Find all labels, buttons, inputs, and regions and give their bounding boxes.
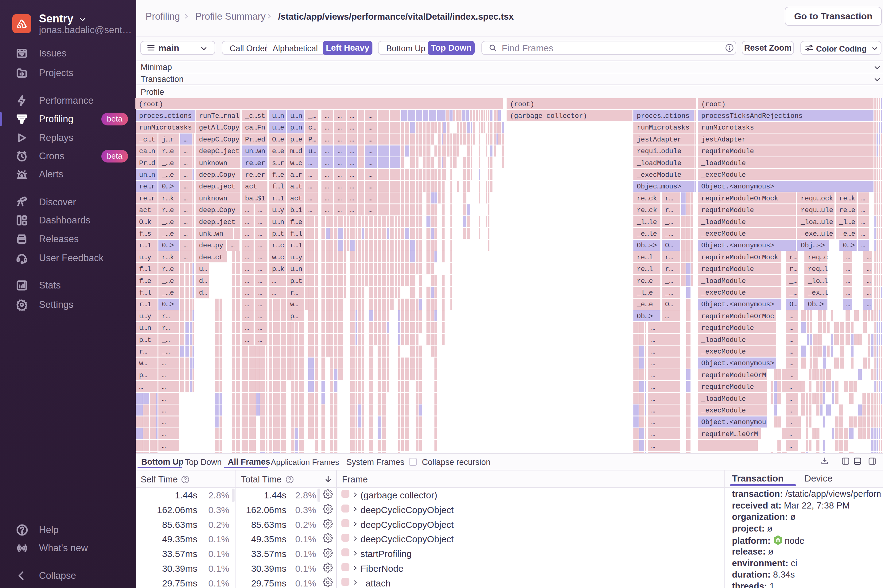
svg-text:…: … — [162, 407, 166, 415]
svg-text:p…t: p…t — [272, 230, 284, 238]
svg-text:…: … — [338, 148, 342, 155]
svg-text:deep…ject: deep…ject — [199, 219, 236, 226]
svg-text:…: … — [651, 336, 655, 344]
svg-text:s…r: s…r — [272, 160, 284, 167]
svg-text:O…e: O…e — [272, 136, 284, 144]
svg-text:Object.<anonymous>: Object.<anonymous> — [701, 183, 774, 190]
svg-text:d…: d… — [199, 278, 207, 285]
svg-text:…: … — [338, 171, 342, 179]
svg-text:…: … — [368, 112, 372, 120]
svg-text:…: … — [665, 313, 669, 320]
svg-text:requireModuleOrMoc: requireModuleOrMoc — [701, 313, 774, 320]
svg-text:u…y: u…y — [272, 207, 284, 214]
svg-text:O…: O… — [789, 301, 797, 308]
svg-text:dee…ct: dee…ct — [199, 254, 223, 261]
svg-text:…: … — [350, 124, 354, 132]
svg-text:deep…Copy: deep…Copy — [199, 171, 236, 179]
svg-text:…: … — [258, 219, 262, 226]
svg-text:f…s: f…s — [139, 230, 152, 238]
svg-text:requireM…leOrM: requireM…leOrM — [701, 430, 758, 438]
svg-text:req…c: req…c — [808, 254, 828, 261]
svg-text:…: … — [272, 278, 276, 285]
svg-text:requi…odule: requi…odule — [637, 148, 681, 155]
svg-text:_e…e: _e…e — [637, 301, 653, 308]
svg-text:w…c: w…c — [290, 160, 302, 167]
svg-text:deep…ject: deep…ject — [199, 183, 236, 190]
svg-text:…: … — [258, 301, 262, 308]
svg-text:0…>: 0…> — [162, 301, 174, 308]
svg-text:0…>: 0…> — [162, 183, 174, 190]
svg-text:0…>: 0…> — [843, 242, 855, 249]
svg-text:_c…st: _c…st — [245, 112, 265, 120]
svg-text:Object.<anonymou: Object.<anonymou — [701, 418, 766, 426]
svg-text:…: … — [258, 230, 262, 238]
svg-text:d…: d… — [199, 289, 207, 297]
svg-text:re…r: re…r — [139, 195, 155, 202]
svg-text:p…: p… — [290, 313, 298, 320]
svg-text:…: … — [308, 171, 312, 179]
svg-text:…: … — [651, 407, 655, 415]
svg-text:_…: _… — [789, 278, 797, 285]
svg-text:…: … — [183, 136, 188, 144]
svg-text:…: … — [350, 148, 354, 155]
svg-text:…: … — [651, 430, 655, 438]
svg-text:O…k: O…k — [139, 219, 152, 226]
svg-text:re…ck: re…ck — [637, 207, 657, 214]
svg-text:_loadModule: _loadModule — [701, 395, 746, 403]
svg-text:req…l: req…l — [808, 266, 828, 273]
svg-text:…: … — [325, 207, 329, 214]
svg-text:p…t: p…t — [290, 278, 302, 285]
svg-text:_…: _… — [665, 219, 673, 226]
svg-text:requireModuleOrMock: requireModuleOrMock — [701, 254, 778, 261]
svg-text:p…t: p…t — [139, 336, 152, 344]
svg-text:u…y: u…y — [139, 313, 152, 320]
svg-text:…: … — [338, 160, 342, 167]
svg-text:…: … — [325, 160, 329, 167]
svg-text:…: … — [245, 278, 249, 285]
svg-text:…: … — [350, 160, 354, 167]
svg-text:0…>: 0…> — [162, 242, 174, 249]
svg-text:_e…e: _e…e — [839, 230, 855, 238]
svg-text:dee…py: dee…py — [199, 242, 223, 249]
svg-text:…: … — [258, 254, 262, 261]
svg-text:_l…le: _l…le — [637, 219, 657, 226]
svg-text:…: … — [861, 207, 865, 214]
svg-text:…: … — [258, 313, 262, 320]
svg-text:w…c: w…c — [272, 254, 284, 261]
svg-text:_…: _… — [665, 278, 673, 285]
svg-text:u…n: u…n — [272, 112, 284, 120]
svg-text:w…: w… — [290, 301, 298, 308]
svg-text:r…: r… — [162, 324, 170, 332]
svg-text:…: … — [789, 324, 793, 332]
svg-text:…: … — [846, 266, 850, 273]
svg-text:r…: r… — [789, 254, 797, 261]
svg-text:ca…n: ca…n — [139, 148, 155, 155]
svg-text:…: … — [651, 418, 655, 426]
svg-text:…: … — [258, 278, 262, 285]
svg-text:e…e: e…e — [272, 148, 284, 155]
svg-text:…: … — [183, 195, 188, 202]
svg-text:deepC…ject: deepC…ject — [199, 148, 239, 155]
svg-text:…: … — [368, 148, 372, 155]
svg-text:act: act — [139, 207, 152, 214]
svg-text:…: … — [162, 383, 166, 391]
svg-text:…: … — [338, 112, 342, 120]
svg-text:un…wn: un…wn — [245, 148, 265, 155]
svg-text:re…e: re…e — [839, 207, 855, 214]
svg-text:…: … — [245, 254, 249, 261]
svg-text:re…e: re…e — [637, 278, 653, 285]
svg-text:…: … — [325, 195, 329, 202]
svg-text:u…n: u…n — [290, 112, 302, 120]
svg-text:…: … — [245, 266, 249, 273]
svg-text:…: … — [308, 160, 312, 167]
svg-text:u…y: u…y — [290, 254, 302, 261]
svg-text:p…n: p…n — [290, 124, 302, 132]
svg-text:…: … — [846, 278, 850, 285]
svg-text:…: … — [651, 383, 655, 391]
svg-text:(root): (root) — [139, 100, 163, 108]
svg-text:…: … — [861, 230, 865, 238]
svg-text:…: … — [245, 289, 249, 297]
svg-text:…: … — [368, 160, 372, 167]
svg-text:…: … — [245, 301, 249, 308]
svg-text:…: … — [350, 112, 354, 120]
